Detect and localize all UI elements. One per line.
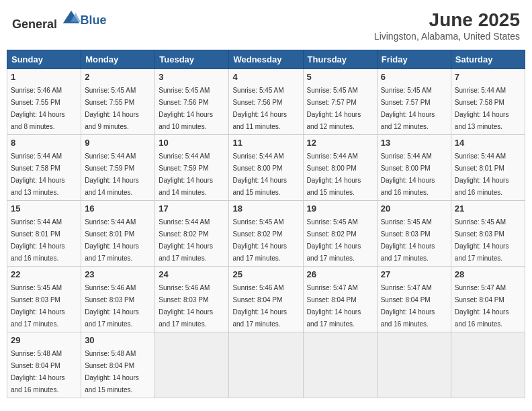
day-cell-19: 19 Sunrise: 5:45 AMSunset: 8:02 PMDaylig… [303, 201, 377, 267]
day-cell-13: 13 Sunrise: 5:44 AMSunset: 8:00 PMDaylig… [377, 135, 451, 201]
day-cell-21: 21 Sunrise: 5:45 AMSunset: 8:03 PMDaylig… [451, 201, 525, 267]
day-cell-5: 5 Sunrise: 5:45 AMSunset: 7:57 PMDayligh… [303, 69, 377, 135]
day-number: 14 [455, 138, 521, 148]
day-info: Sunrise: 5:45 AMSunset: 8:03 PMDaylight:… [11, 284, 65, 328]
day-info: Sunrise: 5:44 AMSunset: 8:00 PMDaylight:… [307, 152, 361, 196]
day-cell-17: 17 Sunrise: 5:44 AMSunset: 8:02 PMDaylig… [155, 201, 229, 267]
week-row-2: 8 Sunrise: 5:44 AMSunset: 7:58 PMDayligh… [7, 135, 525, 201]
day-number: 22 [11, 269, 77, 279]
day-info: Sunrise: 5:44 AMSunset: 8:01 PMDaylight:… [85, 218, 139, 262]
header-friday: Friday [377, 50, 451, 69]
page-header: General Blue June 2025 Livingston, Alaba… [7, 7, 525, 44]
day-number: 18 [232, 203, 299, 214]
day-info: Sunrise: 5:45 AMSunset: 8:03 PMDaylight:… [455, 218, 509, 262]
day-number: 12 [307, 138, 373, 148]
day-number: 6 [381, 72, 447, 82]
day-cell-15: 15 Sunrise: 5:44 AMSunset: 8:01 PMDaylig… [7, 201, 81, 267]
day-number: 13 [381, 138, 447, 148]
header-monday: Monday [81, 50, 155, 69]
day-number: 11 [232, 138, 299, 148]
day-number: 15 [11, 203, 77, 214]
day-cell-1: 1 Sunrise: 5:46 AMSunset: 7:55 PMDayligh… [7, 69, 81, 135]
day-number: 5 [307, 72, 373, 82]
day-info: Sunrise: 5:48 AMSunset: 8:04 PMDaylight:… [11, 350, 65, 394]
day-cell-4: 4 Sunrise: 5:45 AMSunset: 7:56 PMDayligh… [229, 69, 303, 135]
week-row-4: 22 Sunrise: 5:45 AMSunset: 8:03 PMDaylig… [7, 267, 525, 332]
logo-blue: Blue [81, 13, 107, 27]
day-info: Sunrise: 5:44 AMSunset: 8:02 PMDaylight:… [159, 218, 213, 262]
empty-cell [155, 332, 229, 398]
day-info: Sunrise: 5:46 AMSunset: 8:04 PMDaylight:… [232, 284, 287, 328]
day-info: Sunrise: 5:46 AMSunset: 8:03 PMDaylight:… [85, 284, 139, 328]
day-number: 2 [85, 72, 151, 82]
week-row-3: 15 Sunrise: 5:44 AMSunset: 8:01 PMDaylig… [7, 201, 525, 267]
day-number: 19 [307, 203, 373, 214]
day-cell-10: 10 Sunrise: 5:44 AMSunset: 7:59 PMDaylig… [155, 135, 229, 201]
logo-general: General [12, 17, 57, 31]
day-cell-7: 7 Sunrise: 5:44 AMSunset: 7:58 PMDayligh… [451, 69, 525, 135]
day-cell-8: 8 Sunrise: 5:44 AMSunset: 7:58 PMDayligh… [7, 135, 81, 201]
day-cell-30: 30 Sunrise: 5:48 AMSunset: 8:04 PMDaylig… [81, 332, 155, 398]
weekday-header-row: Sunday Monday Tuesday Wednesday Thursday… [7, 50, 525, 69]
day-number: 24 [159, 269, 225, 279]
day-number: 26 [307, 269, 373, 279]
day-number: 4 [232, 72, 299, 82]
week-row-5: 29 Sunrise: 5:48 AMSunset: 8:04 PMDaylig… [7, 332, 525, 398]
day-cell-23: 23 Sunrise: 5:46 AMSunset: 8:03 PMDaylig… [81, 267, 155, 332]
day-info: Sunrise: 5:45 AMSunset: 8:02 PMDaylight:… [232, 218, 287, 262]
day-cell-27: 27 Sunrise: 5:47 AMSunset: 8:04 PMDaylig… [377, 267, 451, 332]
header-thursday: Thursday [303, 50, 377, 69]
day-info: Sunrise: 5:45 AMSunset: 7:56 PMDaylight:… [159, 87, 213, 130]
week-row-1: 1 Sunrise: 5:46 AMSunset: 7:55 PMDayligh… [7, 69, 525, 135]
header-saturday: Saturday [451, 50, 525, 69]
day-cell-20: 20 Sunrise: 5:45 AMSunset: 8:03 PMDaylig… [377, 201, 451, 267]
day-number: 23 [85, 269, 151, 279]
day-number: 27 [381, 269, 447, 279]
day-number: 9 [85, 138, 151, 148]
empty-cell [451, 332, 525, 398]
day-cell-12: 12 Sunrise: 5:44 AMSunset: 8:00 PMDaylig… [303, 135, 377, 201]
day-info: Sunrise: 5:44 AMSunset: 8:01 PMDaylight:… [11, 218, 65, 262]
day-info: Sunrise: 5:45 AMSunset: 8:03 PMDaylight:… [381, 218, 435, 262]
day-cell-11: 11 Sunrise: 5:44 AMSunset: 8:00 PMDaylig… [229, 135, 303, 201]
day-cell-26: 26 Sunrise: 5:47 AMSunset: 8:04 PMDaylig… [303, 267, 377, 332]
calendar: Sunday Monday Tuesday Wednesday Thursday… [7, 50, 525, 398]
day-info: Sunrise: 5:45 AMSunset: 8:02 PMDaylight:… [307, 218, 361, 262]
day-cell-6: 6 Sunrise: 5:45 AMSunset: 7:57 PMDayligh… [377, 69, 451, 135]
logo: General Blue [12, 9, 107, 32]
day-cell-2: 2 Sunrise: 5:45 AMSunset: 7:55 PMDayligh… [81, 69, 155, 135]
day-cell-3: 3 Sunrise: 5:45 AMSunset: 7:56 PMDayligh… [155, 69, 229, 135]
day-info: Sunrise: 5:47 AMSunset: 8:04 PMDaylight:… [307, 284, 361, 328]
day-number: 3 [159, 72, 225, 82]
location: Livingston, Alabama, United States [374, 31, 520, 42]
day-cell-24: 24 Sunrise: 5:46 AMSunset: 8:03 PMDaylig… [155, 267, 229, 332]
day-info: Sunrise: 5:45 AMSunset: 7:57 PMDaylight:… [307, 87, 361, 130]
day-info: Sunrise: 5:47 AMSunset: 8:04 PMDaylight:… [455, 284, 509, 328]
day-number: 28 [455, 269, 521, 279]
day-info: Sunrise: 5:46 AMSunset: 8:03 PMDaylight:… [159, 284, 213, 328]
day-number: 21 [455, 203, 521, 214]
empty-cell [303, 332, 377, 398]
day-cell-22: 22 Sunrise: 5:45 AMSunset: 8:03 PMDaylig… [7, 267, 81, 332]
day-info: Sunrise: 5:44 AMSunset: 7:59 PMDaylight:… [85, 152, 139, 196]
empty-cell [229, 332, 303, 398]
day-number: 1 [11, 72, 77, 82]
day-cell-9: 9 Sunrise: 5:44 AMSunset: 7:59 PMDayligh… [81, 135, 155, 201]
day-info: Sunrise: 5:44 AMSunset: 8:00 PMDaylight:… [232, 152, 287, 196]
header-tuesday: Tuesday [155, 50, 229, 69]
header-wednesday: Wednesday [229, 50, 303, 69]
day-info: Sunrise: 5:47 AMSunset: 8:04 PMDaylight:… [381, 284, 435, 328]
day-number: 25 [232, 269, 299, 279]
day-cell-18: 18 Sunrise: 5:45 AMSunset: 8:02 PMDaylig… [229, 201, 303, 267]
title-block: June 2025 Livingston, Alabama, United St… [374, 9, 520, 42]
day-number: 16 [85, 203, 151, 214]
day-number: 20 [381, 203, 447, 214]
day-info: Sunrise: 5:48 AMSunset: 8:04 PMDaylight:… [85, 350, 139, 394]
day-number: 29 [11, 335, 77, 345]
day-info: Sunrise: 5:44 AMSunset: 7:58 PMDaylight:… [11, 152, 65, 196]
day-cell-29: 29 Sunrise: 5:48 AMSunset: 8:04 PMDaylig… [7, 332, 81, 398]
day-info: Sunrise: 5:45 AMSunset: 7:57 PMDaylight:… [381, 87, 435, 130]
day-info: Sunrise: 5:46 AMSunset: 7:55 PMDaylight:… [11, 87, 65, 130]
logo-icon [62, 9, 81, 28]
day-info: Sunrise: 5:44 AMSunset: 8:00 PMDaylight:… [381, 152, 435, 196]
